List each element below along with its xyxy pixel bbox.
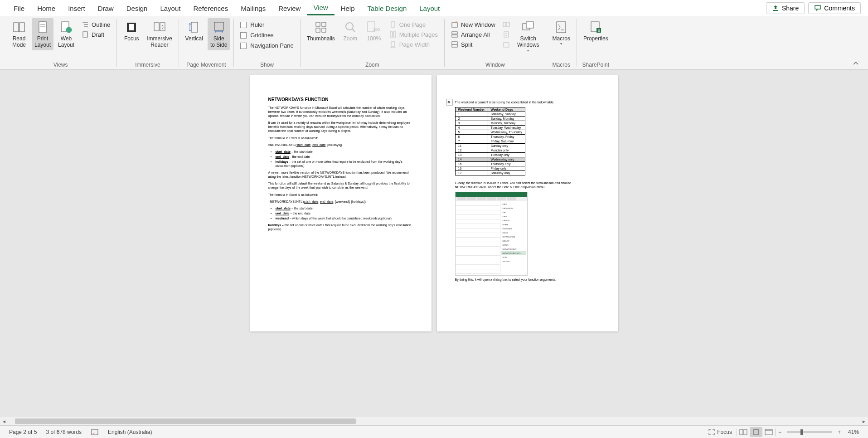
read-view-button[interactable] <box>737 427 750 437</box>
spelling-button[interactable] <box>86 428 103 436</box>
scroll-thumb[interactable] <box>15 419 356 424</box>
weekend-codes-table[interactable]: Weekend NumberWeekend Days 1Saturday, Su… <box>455 107 525 175</box>
nav-pane-checkbox[interactable]: Navigation Pane <box>238 41 296 50</box>
document-area[interactable]: NETWORKDAYS FUNCTION The NETWORKDAYS fun… <box>0 70 868 425</box>
focus-mode-button[interactable]: Focus <box>703 428 737 436</box>
book-proof-icon <box>91 428 99 436</box>
table-row[interactable]: 6Thursday, Friday <box>455 135 525 139</box>
outline-icon <box>82 21 89 28</box>
tab-review[interactable]: Review <box>272 2 307 15</box>
table-move-handle[interactable]: ✥ <box>446 99 452 105</box>
multiple-pages-button[interactable]: Multiple Pages <box>387 30 441 39</box>
group-label-views: Views <box>8 62 113 69</box>
svg-rect-47 <box>754 429 758 435</box>
collapse-ribbon-button[interactable] <box>848 58 863 69</box>
one-page-button[interactable]: One Page <box>387 20 441 29</box>
tab-view[interactable]: View <box>307 1 334 15</box>
word-count[interactable]: 3 of 678 words <box>41 429 86 435</box>
immersive-reader-button[interactable]: Immersive Reader <box>144 18 175 50</box>
reset-window-button[interactable] <box>500 40 513 49</box>
switch-windows-icon <box>522 21 534 34</box>
print-view-button[interactable] <box>750 427 762 437</box>
page-width-button[interactable]: Page Width <box>387 40 441 49</box>
language[interactable]: English (Australia) <box>103 429 156 435</box>
list-item: end_date - the end date <box>276 155 413 159</box>
ruler-checkbox[interactable]: Ruler <box>238 20 296 29</box>
print-layout-button[interactable]: Print Layout <box>32 18 53 50</box>
thumbnails-button[interactable]: Thumbnails <box>304 18 338 44</box>
tab-mailings[interactable]: Mailings <box>234 2 272 15</box>
tab-file[interactable]: File <box>7 2 31 15</box>
tab-insert[interactable]: Insert <box>62 2 92 15</box>
scroll-left-button[interactable]: ◄ <box>0 417 8 425</box>
zoom-slider-thumb[interactable] <box>800 429 803 435</box>
vertical-icon <box>188 21 200 34</box>
tab-draw[interactable]: Draw <box>92 2 120 15</box>
table-row[interactable]: 16Friday only <box>455 166 525 171</box>
svg-rect-28 <box>391 42 395 46</box>
table-row[interactable]: 5Wednesday, Thursday <box>455 130 525 135</box>
web-view-button[interactable] <box>762 427 775 437</box>
table-row[interactable]: 13Tuesday only <box>455 153 525 157</box>
group-views: Read Mode Print Layout Web Layout Outlin… <box>5 16 116 69</box>
draft-button[interactable]: Draft <box>79 30 113 39</box>
switch-windows-button[interactable]: Switch Windows ▾ <box>514 18 542 54</box>
page-1: NETWORKDAYS FUNCTION The NETWORKDAYS fun… <box>250 75 432 331</box>
tab-help[interactable]: Help <box>335 2 361 15</box>
outline-button[interactable]: Outline <box>79 20 113 29</box>
view-side-by-side-button[interactable] <box>500 20 513 29</box>
zoom-in-button[interactable]: + <box>835 429 844 435</box>
focus-button[interactable]: Focus <box>121 18 142 44</box>
comments-button[interactable]: Comments <box>808 2 861 14</box>
svg-rect-27 <box>393 32 396 37</box>
table-row[interactable]: 17Saturday only <box>455 171 525 175</box>
table-row[interactable]: 7Friday, Saturday <box>455 139 525 144</box>
share-button[interactable]: Share <box>766 2 805 14</box>
table-row[interactable]: 14Wednesday only <box>455 157 525 162</box>
list-item: weekend – which days of the week that sh… <box>276 216 413 220</box>
new-window-icon <box>451 21 458 28</box>
tab-design[interactable]: Design <box>120 2 154 15</box>
table-row[interactable]: 3Monday, Tuesday <box>455 121 525 126</box>
table-row[interactable]: 1Saturday, Sunday <box>455 112 525 117</box>
focus-icon <box>125 21 138 34</box>
sync-scroll-button[interactable] <box>500 30 513 39</box>
tab-table-layout[interactable]: Layout <box>413 2 446 15</box>
web-layout-button[interactable]: Web Layout <box>55 18 77 50</box>
properties-button[interactable]: S Properties <box>581 18 611 44</box>
page-count[interactable]: Page 2 of 5 <box>5 429 41 435</box>
hundred-button[interactable]: 100 100% <box>363 18 385 44</box>
macros-button[interactable]: Macros ▾ <box>550 18 573 48</box>
tab-references[interactable]: References <box>187 2 234 15</box>
table-row[interactable]: 11Sunday only <box>455 144 525 148</box>
table-row[interactable]: 4Tuesday, Wednesday <box>455 126 525 130</box>
zoom-level[interactable]: 41% <box>844 429 863 435</box>
tab-layout[interactable]: Layout <box>154 2 187 15</box>
group-window: New Window Arrange All Split Switch Wind… <box>445 16 546 69</box>
scroll-track[interactable] <box>8 419 860 424</box>
doc-formula: =NETWORKDAYS (start_date, end_date, [hol… <box>268 143 413 147</box>
read-mode-button[interactable]: Read Mode <box>8 18 30 50</box>
vertical-button[interactable]: Vertical <box>183 18 206 44</box>
table-row[interactable]: 12Monday only <box>455 148 525 153</box>
horizontal-scrollbar[interactable]: ◄ ► <box>0 417 868 425</box>
table-row[interactable]: 2Sunday, Monday <box>455 117 525 121</box>
svg-rect-48 <box>765 429 772 435</box>
zoom-slider[interactable] <box>787 431 832 433</box>
split-button[interactable]: Split <box>448 40 498 49</box>
arrange-all-button[interactable]: Arrange All <box>448 30 498 39</box>
tab-table-design[interactable]: Table Design <box>361 2 413 15</box>
zoom-button[interactable]: Zoom <box>339 18 361 44</box>
tab-home[interactable]: Home <box>31 2 62 15</box>
reset-window-icon <box>503 41 510 48</box>
svg-rect-37 <box>504 43 509 47</box>
svg-rect-25 <box>391 22 395 27</box>
zoom-out-button[interactable]: − <box>776 429 784 435</box>
side-to-side-button[interactable]: Side to Side <box>208 18 230 50</box>
doc-paragraph: The NETWORKDAYS function in Microsoft Ex… <box>268 106 413 118</box>
new-window-button[interactable]: New Window <box>448 20 498 29</box>
globe-page-icon <box>60 21 73 34</box>
gridlines-checkbox[interactable]: Gridlines <box>238 30 296 40</box>
table-row[interactable]: 15Thursday only <box>455 162 525 166</box>
scroll-right-button[interactable]: ► <box>860 417 868 425</box>
